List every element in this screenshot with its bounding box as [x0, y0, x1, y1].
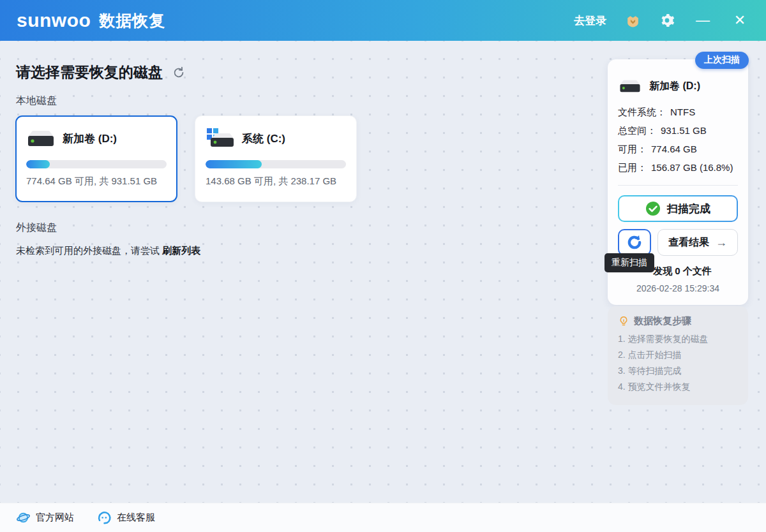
used-value: 156.87 GB (16.8%)	[651, 158, 733, 177]
disk-usage-text: 143.68 GB 可用, 共 238.17 GB	[206, 175, 346, 188]
customer-service-icon	[97, 510, 112, 525]
recovery-steps-panel: 数据恢复步骤 1. 选择需要恢复的磁盘 2. 点击开始扫描 3. 等待扫描完成 …	[608, 306, 748, 405]
used-label: 已用：	[618, 158, 647, 177]
external-empty-message: 未检索到可用的外接磁盘，请尝试	[16, 245, 162, 256]
arrow-right-icon: →	[716, 236, 727, 249]
disk-name: 系统 (C:)	[242, 131, 285, 146]
rescan-button[interactable]	[618, 229, 651, 256]
scan-disk-name: 新加卷 (D:)	[649, 80, 700, 93]
refresh-disks-icon[interactable]	[172, 66, 186, 80]
total-value: 931.51 GB	[661, 121, 707, 140]
hard-drive-icon	[26, 127, 56, 150]
divider	[618, 185, 738, 186]
app-window: sunwoo 数据恢复 去登录 — ✕ 请选择需要恢复的磁盘	[0, 0, 766, 532]
close-button[interactable]: ✕	[730, 12, 749, 29]
last-scan-panel: 上次扫描 新加卷 (D:) 文件系统：NTFS 总空间：931.51 GB 可用…	[608, 59, 748, 305]
page-title: 请选择需要恢复的磁盘	[16, 63, 163, 82]
steps-list: 1. 选择需要恢复的磁盘 2. 点击开始扫描 3. 等待扫描完成 4. 预览文件…	[618, 331, 738, 395]
footer-bar: 官方网站 在线客服	[0, 503, 766, 532]
rescan-icon	[626, 234, 643, 251]
disk-usage-bar	[206, 160, 346, 168]
external-disks-empty-text: 未检索到可用的外接磁盘，请尝试 刷新列表	[16, 245, 200, 257]
external-disks-label: 外接磁盘	[16, 221, 57, 235]
disk-card-list: 新加卷 (D:) 774.64 GB 可用, 共 931.51 GB	[15, 115, 357, 202]
steps-title: 数据恢复步骤	[634, 315, 691, 327]
view-results-label: 查看结果	[668, 236, 709, 249]
online-support-link[interactable]: 在线客服	[97, 510, 155, 525]
check-circle-icon	[645, 201, 661, 216]
disk-card-d[interactable]: 新加卷 (D:) 774.64 GB 可用, 共 931.51 GB	[15, 115, 177, 202]
minimize-button[interactable]: —	[693, 12, 712, 29]
free-label: 可用：	[618, 140, 647, 158]
official-website-link[interactable]: 官方网站	[16, 510, 74, 525]
disk-card-c[interactable]: 系统 (C:) 143.68 GB 可用, 共 238.17 GB	[195, 115, 357, 202]
vip-badge-icon[interactable]	[624, 12, 641, 29]
scan-complete-button[interactable]: 扫描完成	[618, 195, 738, 222]
app-name: 数据恢复	[99, 10, 165, 31]
app-logo: sunwoo	[17, 10, 91, 31]
free-value: 774.64 GB	[651, 140, 697, 158]
step-item: 1. 选择需要恢复的磁盘	[618, 331, 738, 347]
total-label: 总空间：	[618, 121, 656, 140]
step-item: 2. 点击开始扫描	[618, 347, 738, 363]
planet-icon	[16, 510, 31, 525]
official-website-label: 官方网站	[36, 512, 74, 524]
disk-usage-fill	[206, 160, 262, 168]
scan-timestamp: 2026-02-28 15:29:34	[618, 283, 738, 293]
main-area: 请选择需要恢复的磁盘 本地磁盘	[0, 41, 766, 503]
titlebar: sunwoo 数据恢复 去登录 — ✕	[0, 0, 766, 41]
disk-name: 新加卷 (D:)	[63, 131, 117, 146]
login-button[interactable]: 去登录	[574, 13, 606, 28]
online-support-label: 在线客服	[117, 512, 155, 524]
hard-drive-icon	[618, 77, 642, 95]
system-drive-windows-icon	[206, 127, 235, 150]
last-scan-badge: 上次扫描	[695, 52, 749, 69]
fs-value: NTFS	[670, 103, 695, 121]
view-results-button[interactable]: 查看结果 →	[657, 229, 738, 256]
scan-complete-label: 扫描完成	[667, 202, 710, 216]
settings-gear-icon[interactable]	[659, 12, 675, 29]
disk-usage-text: 774.64 GB 可用, 共 931.51 GB	[26, 175, 167, 188]
step-item: 3. 等待扫描完成	[618, 363, 738, 379]
rescan-tooltip: 重新扫描	[605, 253, 654, 272]
step-item: 4. 预览文件并恢复	[618, 379, 738, 395]
disk-usage-fill	[26, 160, 50, 168]
refresh-list-link[interactable]: 刷新列表	[162, 245, 200, 256]
lightbulb-icon	[618, 316, 629, 327]
scan-disk-info: 文件系统：NTFS 总空间：931.51 GB 可用：774.64 GB 已用：…	[618, 103, 738, 177]
disk-usage-bar	[26, 160, 167, 168]
fs-label: 文件系统：	[618, 103, 666, 121]
local-disks-label: 本地磁盘	[16, 94, 57, 108]
